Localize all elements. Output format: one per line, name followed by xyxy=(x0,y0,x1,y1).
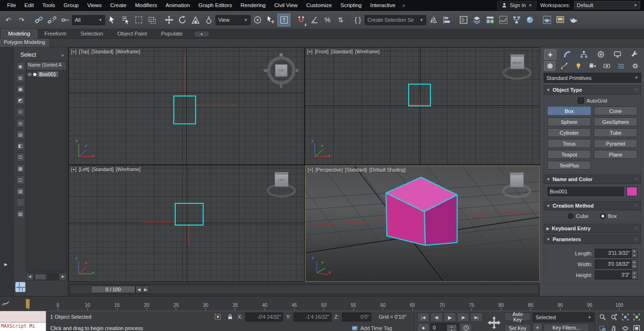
scrollbar-thumb[interactable] xyxy=(35,274,46,279)
menu-item[interactable]: Customize xyxy=(302,1,336,9)
viewport-menu-standard[interactable]: [Standard] xyxy=(91,49,113,54)
parameter-spinner-field[interactable]: 3'0 18/32" ▲ ▼ xyxy=(595,260,637,269)
zoom-all-icon[interactable] xyxy=(608,313,619,321)
category-cameras[interactable] xyxy=(587,61,598,71)
tab-hierarchy[interactable] xyxy=(578,49,590,60)
explorer-tool-icon[interactable]: ◎ xyxy=(16,119,25,128)
category-helpers[interactable] xyxy=(601,61,612,71)
category-shapes[interactable] xyxy=(558,61,570,71)
list-item[interactable]: Box001 xyxy=(27,70,66,78)
previous-key-icon[interactable]: ◀ xyxy=(135,286,143,293)
creation-method-radio[interactable]: Cube xyxy=(568,213,588,219)
category-space-warps[interactable] xyxy=(615,61,626,71)
y-coordinate-field[interactable]: -1'4 16/32" xyxy=(294,313,331,322)
explorer-tool-icon[interactable]: ▨ xyxy=(16,187,25,196)
viewport-top[interactable]: [+] [Top] [Standard] [Wireframe] TOP N xyxy=(69,48,304,165)
ribbon-tab[interactable]: Object Paint xyxy=(110,29,154,38)
spinner-down-icon[interactable]: ▼ xyxy=(632,253,637,257)
unlink-selection-icon[interactable] xyxy=(45,14,58,26)
object-type-button[interactable]: TextPlus xyxy=(547,161,591,170)
mirror-icon[interactable] xyxy=(427,14,439,26)
menu-item[interactable]: Civil View xyxy=(270,1,302,9)
compass-north[interactable]: N xyxy=(279,52,283,57)
key-filters-button[interactable]: Key Filters... xyxy=(544,323,589,331)
explorer-tool-icon[interactable]: ⊡ xyxy=(16,153,25,162)
maxscript-mini-listener[interactable]: MAXScript Mi xyxy=(0,311,46,331)
viewport-perspective[interactable]: [+] [Perspective] [Standard] [Default Sh… xyxy=(305,166,540,282)
scrollbar-track[interactable] xyxy=(34,273,59,280)
named-selection-dropdown[interactable]: Create Selection Se ▼ xyxy=(365,15,426,25)
visibility-eye-icon[interactable] xyxy=(27,72,32,77)
explorer-tool-icon[interactable]: ▤ xyxy=(16,130,25,139)
time-slider-handle[interactable]: 0 / 100 xyxy=(91,286,135,293)
align-icon[interactable] xyxy=(440,14,453,26)
viewport-menu-shading[interactable]: [Default Shading] xyxy=(369,167,406,173)
viewport-menu-pov[interactable]: [Perspective] xyxy=(315,167,343,173)
menu-overflow-icon[interactable]: » xyxy=(400,3,408,8)
object-type-button[interactable]: Box xyxy=(547,106,591,115)
category-lights[interactable] xyxy=(572,61,584,71)
explorer-tool-icon[interactable]: ◉ xyxy=(16,62,25,71)
spinner-up-icon[interactable]: ▲ xyxy=(632,271,637,275)
viewport-menu-general[interactable]: [+] xyxy=(307,49,313,54)
key-mode-toggle-icon[interactable]: ◆ xyxy=(417,323,429,331)
keyboard-shortcut-override-icon[interactable] xyxy=(277,14,290,26)
use-pivot-point-center-icon[interactable] xyxy=(251,14,264,26)
viewcube[interactable] xyxy=(501,172,532,197)
viewport-menu-general[interactable]: [+] xyxy=(71,167,76,172)
tab-create[interactable]: + xyxy=(544,49,556,60)
object-type-button[interactable]: Pyramid xyxy=(594,139,637,148)
toggle-layer-explorer-icon[interactable] xyxy=(470,14,483,26)
menu-item[interactable]: Scripting xyxy=(336,1,366,9)
next-frame-icon[interactable]: |▶ xyxy=(457,313,469,322)
orbit-icon[interactable] xyxy=(620,324,630,331)
spinner-down-icon[interactable]: ▼ xyxy=(447,328,457,331)
curve-editor-icon[interactable] xyxy=(497,14,510,26)
zoom-icon[interactable] xyxy=(597,313,608,321)
object-type-button[interactable]: Cylinder xyxy=(547,128,591,137)
viewport-front[interactable]: [+] [Front] [Standard] [Wireframe] FRONT xyxy=(305,48,540,165)
menu-item[interactable]: Views xyxy=(83,1,106,9)
mini-curve-editor-icon[interactable] xyxy=(2,300,9,307)
object-type-button[interactable]: Teapot xyxy=(547,150,591,159)
viewcube[interactable]: LEFT xyxy=(266,171,296,197)
object-type-button[interactable]: Sphere xyxy=(547,117,591,126)
viewport-menu-standard[interactable]: [Standard] xyxy=(92,167,114,172)
z-coordinate-field[interactable]: 0'0" xyxy=(342,313,371,322)
redo-icon[interactable]: ↷ xyxy=(15,14,28,26)
viewport-menu-standard[interactable]: [Standard] xyxy=(331,49,353,54)
object-type-button[interactable]: Torus xyxy=(547,139,591,148)
scroll-left-icon[interactable]: ◀ xyxy=(26,273,34,280)
creation-method-radio[interactable]: Box xyxy=(600,213,617,219)
viewport-left[interactable]: [+] [Left] [Standard] [Wireframe] LEFT xyxy=(69,166,304,282)
viewport-menu-shading[interactable]: [Wireframe] xyxy=(116,167,141,172)
viewcube-face[interactable]: FRONT xyxy=(510,56,524,69)
compass-west[interactable]: W xyxy=(264,68,268,73)
viewcube-face[interactable]: LEFT xyxy=(275,174,288,187)
select-and-manipulate-icon[interactable] xyxy=(264,14,277,26)
listener-pane[interactable]: MAXScript Mi xyxy=(0,322,46,331)
selected-box-wireframe[interactable] xyxy=(408,84,431,106)
viewport-menu-shading[interactable]: [Wireframe] xyxy=(355,49,380,54)
schematic-view-icon[interactable] xyxy=(510,14,523,26)
scroll-right-icon[interactable]: ▶ xyxy=(59,273,67,280)
material-editor-icon[interactable] xyxy=(523,14,536,26)
ribbon-tab[interactable]: Populate xyxy=(154,29,189,38)
selection-filter-dropdown[interactable]: All ▼ xyxy=(72,15,105,25)
x-coordinate-field[interactable]: -0'4 24/32" xyxy=(245,313,283,322)
select-and-link-icon[interactable] xyxy=(32,14,45,26)
tab-motion[interactable] xyxy=(595,49,607,60)
selection-set-dropdown[interactable]: Selected ▼ xyxy=(533,313,594,322)
ribbon-tab[interactable]: Freeform xyxy=(37,29,74,38)
explorer-tool-icon[interactable]: ◍ xyxy=(16,73,25,82)
tab-modify[interactable] xyxy=(561,49,573,60)
snaps-toggle-icon[interactable]: 3 xyxy=(295,14,307,26)
explorer-tool-icon[interactable]: ⊙ xyxy=(16,107,25,116)
workspace-select[interactable]: Default ▼ xyxy=(574,1,640,9)
polygon-modeling-panel-tab[interactable]: Polygon Modeling xyxy=(0,39,49,47)
object-type-button[interactable]: Tube xyxy=(594,128,637,137)
zoom-region-icon[interactable] xyxy=(597,324,608,331)
selected-box-wireframe[interactable] xyxy=(173,96,196,124)
menu-item[interactable]: Tools xyxy=(38,1,59,9)
select-and-place-icon[interactable] xyxy=(202,14,215,26)
